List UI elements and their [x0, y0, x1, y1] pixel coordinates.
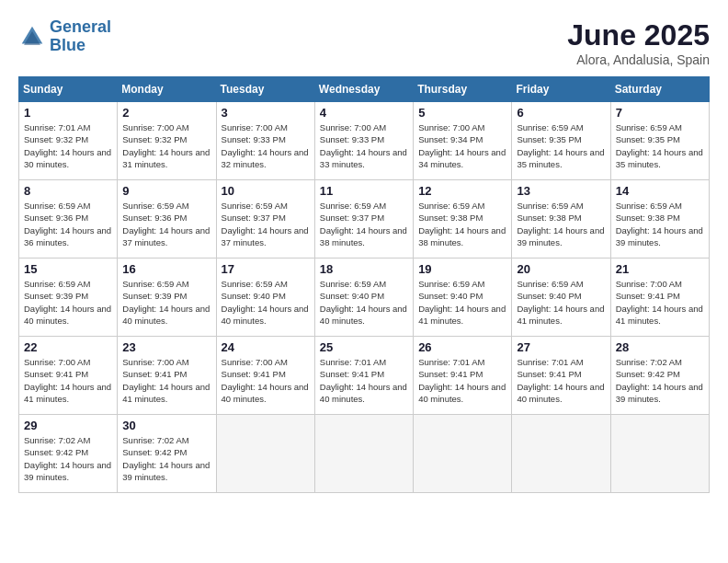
day-number: 17: [222, 262, 310, 276]
calendar-cell: 28 Sunrise: 7:02 AM Sunset: 9:42 PM Dayl…: [610, 337, 709, 415]
day-number: 2: [122, 106, 210, 120]
day-info: Sunrise: 7:02 AM Sunset: 9:42 PM Dayligh…: [616, 356, 704, 405]
logo-line2: Blue: [50, 36, 85, 54]
day-info: Sunrise: 6:59 AM Sunset: 9:38 PM Dayligh…: [517, 200, 605, 248]
day-info: Sunrise: 6:59 AM Sunset: 9:39 PM Dayligh…: [24, 278, 112, 327]
day-info: Sunrise: 6:59 AM Sunset: 9:36 PM Dayligh…: [24, 200, 112, 248]
calendar-cell: 27 Sunrise: 7:01 AM Sunset: 9:41 PM Dayl…: [512, 337, 610, 415]
day-number: 18: [320, 262, 408, 276]
calendar-cell: 17 Sunrise: 6:59 AM Sunset: 9:40 PM Dayl…: [216, 259, 314, 337]
calendar-cell: 8 Sunrise: 6:59 AM Sunset: 9:36 PM Dayli…: [19, 180, 118, 259]
calendar-header: SundayMondayTuesdayWednesdayThursdayFrid…: [19, 77, 710, 102]
day-number: 26: [418, 340, 506, 354]
day-header-thursday: Thursday: [414, 77, 512, 102]
day-info: Sunrise: 7:00 AM Sunset: 9:33 PM Dayligh…: [222, 121, 310, 170]
day-info: Sunrise: 7:02 AM Sunset: 9:42 PM Dayligh…: [24, 434, 112, 483]
day-info: Sunrise: 6:59 AM Sunset: 9:37 PM Dayligh…: [222, 200, 310, 248]
day-info: Sunrise: 7:01 AM Sunset: 9:41 PM Dayligh…: [517, 356, 605, 405]
calendar-cell: 1 Sunrise: 7:01 AM Sunset: 9:32 PM Dayli…: [19, 102, 118, 180]
day-header-saturday: Saturday: [610, 77, 709, 102]
day-info: Sunrise: 6:59 AM Sunset: 9:37 PM Dayligh…: [320, 200, 408, 248]
calendar-cell: 18 Sunrise: 6:59 AM Sunset: 9:40 PM Dayl…: [314, 259, 413, 337]
day-number: 15: [24, 262, 112, 276]
calendar-week-3: 15 Sunrise: 6:59 AM Sunset: 9:39 PM Dayl…: [19, 259, 710, 337]
calendar-cell: 13 Sunrise: 6:59 AM Sunset: 9:38 PM Dayl…: [512, 180, 610, 259]
logo-line1: General: [50, 17, 111, 36]
calendar-cell: 19 Sunrise: 6:59 AM Sunset: 9:40 PM Dayl…: [414, 259, 512, 337]
calendar-cell: [414, 415, 512, 493]
calendar-cell: 20 Sunrise: 6:59 AM Sunset: 9:40 PM Dayl…: [512, 259, 610, 337]
day-info: Sunrise: 6:59 AM Sunset: 9:38 PM Dayligh…: [616, 200, 704, 248]
calendar-cell: 2 Sunrise: 7:00 AM Sunset: 9:32 PM Dayli…: [118, 102, 216, 180]
day-info: Sunrise: 6:59 AM Sunset: 9:38 PM Dayligh…: [418, 200, 506, 248]
day-header-sunday: Sunday: [19, 77, 118, 102]
day-info: Sunrise: 6:59 AM Sunset: 9:40 PM Dayligh…: [222, 278, 310, 327]
day-number: 1: [24, 106, 112, 120]
day-info: Sunrise: 6:59 AM Sunset: 9:40 PM Dayligh…: [517, 278, 605, 327]
calendar-cell: 7 Sunrise: 6:59 AM Sunset: 9:35 PM Dayli…: [610, 102, 709, 180]
calendar-body: 1 Sunrise: 7:01 AM Sunset: 9:32 PM Dayli…: [19, 102, 710, 493]
day-info: Sunrise: 6:59 AM Sunset: 9:35 PM Dayligh…: [616, 121, 704, 170]
day-info: Sunrise: 6:59 AM Sunset: 9:39 PM Dayligh…: [122, 278, 210, 327]
calendar-cell: 9 Sunrise: 6:59 AM Sunset: 9:36 PM Dayli…: [118, 180, 216, 259]
day-info: Sunrise: 6:59 AM Sunset: 9:40 PM Dayligh…: [320, 278, 408, 327]
day-number: 4: [320, 106, 408, 120]
day-number: 20: [517, 262, 605, 276]
calendar-cell: 5 Sunrise: 7:00 AM Sunset: 9:34 PM Dayli…: [414, 102, 512, 180]
day-number: 3: [222, 106, 310, 120]
day-info: Sunrise: 7:01 AM Sunset: 9:41 PM Dayligh…: [418, 356, 506, 405]
day-header-wednesday: Wednesday: [314, 77, 413, 102]
calendar-cell: 26 Sunrise: 7:01 AM Sunset: 9:41 PM Dayl…: [414, 337, 512, 415]
calendar-cell: 11 Sunrise: 6:59 AM Sunset: 9:37 PM Dayl…: [314, 180, 413, 259]
calendar-cell: 22 Sunrise: 7:00 AM Sunset: 9:41 PM Dayl…: [19, 337, 118, 415]
day-info: Sunrise: 7:00 AM Sunset: 9:41 PM Dayligh…: [616, 278, 704, 327]
header-row: SundayMondayTuesdayWednesdayThursdayFrid…: [19, 77, 710, 102]
logo-text: General Blue: [50, 18, 111, 55]
day-info: Sunrise: 7:01 AM Sunset: 9:32 PM Dayligh…: [24, 121, 112, 170]
day-number: 6: [517, 106, 605, 120]
calendar-cell: 29 Sunrise: 7:02 AM Sunset: 9:42 PM Dayl…: [19, 415, 118, 493]
header: General Blue June 2025 Alora, Andalusia,…: [18, 18, 710, 67]
day-number: 5: [418, 106, 506, 120]
day-number: 24: [222, 340, 310, 354]
logo-icon: [18, 23, 46, 51]
day-number: 27: [517, 340, 605, 354]
day-info: Sunrise: 7:02 AM Sunset: 9:42 PM Dayligh…: [122, 434, 210, 483]
day-info: Sunrise: 7:00 AM Sunset: 9:33 PM Dayligh…: [320, 121, 408, 170]
day-info: Sunrise: 7:00 AM Sunset: 9:32 PM Dayligh…: [122, 121, 210, 170]
day-info: Sunrise: 7:00 AM Sunset: 9:41 PM Dayligh…: [24, 356, 112, 405]
day-number: 9: [122, 184, 210, 198]
calendar-cell: 21 Sunrise: 7:00 AM Sunset: 9:41 PM Dayl…: [610, 259, 709, 337]
day-info: Sunrise: 7:00 AM Sunset: 9:41 PM Dayligh…: [222, 356, 310, 405]
day-number: 22: [24, 340, 112, 354]
day-number: 8: [24, 184, 112, 198]
calendar-cell: [216, 415, 314, 493]
location-title: Alora, Andalusia, Spain: [567, 52, 710, 67]
day-number: 29: [24, 419, 112, 432]
day-header-friday: Friday: [512, 77, 610, 102]
calendar-cell: 14 Sunrise: 6:59 AM Sunset: 9:38 PM Dayl…: [610, 180, 709, 259]
day-header-tuesday: Tuesday: [216, 77, 314, 102]
title-area: June 2025 Alora, Andalusia, Spain: [567, 18, 710, 67]
calendar-week-1: 1 Sunrise: 7:01 AM Sunset: 9:32 PM Dayli…: [19, 102, 710, 180]
calendar-week-5: 29 Sunrise: 7:02 AM Sunset: 9:42 PM Dayl…: [19, 415, 710, 493]
calendar-cell: 23 Sunrise: 7:00 AM Sunset: 9:41 PM Dayl…: [118, 337, 216, 415]
calendar-week-4: 22 Sunrise: 7:00 AM Sunset: 9:41 PM Dayl…: [19, 337, 710, 415]
day-number: 23: [122, 340, 210, 354]
calendar-cell: 6 Sunrise: 6:59 AM Sunset: 9:35 PM Dayli…: [512, 102, 610, 180]
calendar-cell: 4 Sunrise: 7:00 AM Sunset: 9:33 PM Dayli…: [314, 102, 413, 180]
calendar-cell: [512, 415, 610, 493]
calendar-cell: [314, 415, 413, 493]
calendar-cell: 16 Sunrise: 6:59 AM Sunset: 9:39 PM Dayl…: [118, 259, 216, 337]
day-number: 25: [320, 340, 408, 354]
day-info: Sunrise: 7:00 AM Sunset: 9:34 PM Dayligh…: [418, 121, 506, 170]
day-info: Sunrise: 7:01 AM Sunset: 9:41 PM Dayligh…: [320, 356, 408, 405]
day-info: Sunrise: 6:59 AM Sunset: 9:40 PM Dayligh…: [418, 278, 506, 327]
calendar-cell: 12 Sunrise: 6:59 AM Sunset: 9:38 PM Dayl…: [414, 180, 512, 259]
calendar-cell: 30 Sunrise: 7:02 AM Sunset: 9:42 PM Dayl…: [118, 415, 216, 493]
day-number: 12: [418, 184, 506, 198]
day-number: 14: [616, 184, 704, 198]
day-number: 21: [616, 262, 704, 276]
day-info: Sunrise: 6:59 AM Sunset: 9:36 PM Dayligh…: [122, 200, 210, 248]
day-number: 13: [517, 184, 605, 198]
